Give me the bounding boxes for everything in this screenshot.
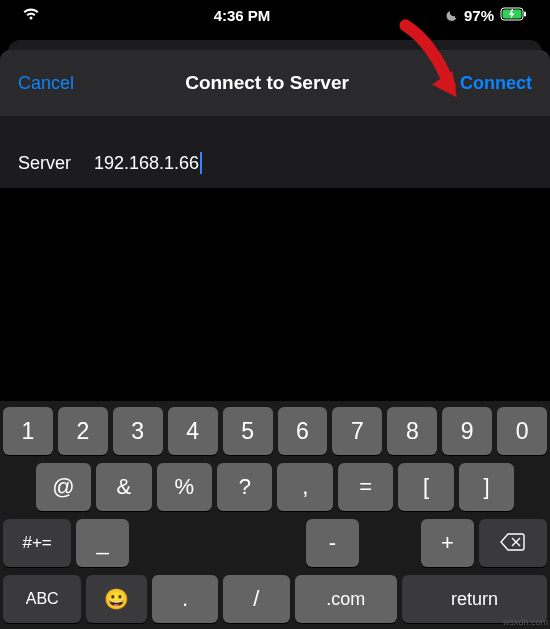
key-1[interactable]: 1 [3,407,53,455]
key-comma[interactable]: , [277,463,332,511]
keyboard-row-2: @ & % ? , = [ ] [3,463,547,511]
key-percent[interactable]: % [157,463,212,511]
svg-rect-2 [524,11,526,16]
key-symbols-shift[interactable]: #+= [3,519,71,567]
key-5[interactable]: 5 [223,407,273,455]
key-slash[interactable]: / [223,575,289,623]
key-minus[interactable]: - [306,519,359,567]
keyboard: 1 2 3 4 5 6 7 8 9 0 @ & % ? , = [ ] #+= … [0,401,550,629]
key-equals[interactable]: = [338,463,393,511]
page-title: Connect to Server [185,72,349,94]
server-label: Server [18,153,94,174]
key-plus[interactable]: + [421,519,474,567]
key-backspace[interactable] [479,519,547,567]
key-at[interactable]: @ [36,463,91,511]
key-9[interactable]: 9 [442,407,492,455]
text-cursor [200,152,202,174]
key-dotcom[interactable]: .com [295,575,398,623]
key-8[interactable]: 8 [387,407,437,455]
key-question[interactable]: ? [217,463,272,511]
cancel-button[interactable]: Cancel [18,73,74,94]
server-value: 192.168.1.66 [94,153,199,174]
key-lbracket[interactable]: [ [398,463,453,511]
key-4[interactable]: 4 [168,407,218,455]
key-amp[interactable]: & [96,463,151,511]
key-abc[interactable]: ABC [3,575,81,623]
keyboard-row-4: ABC 😀 . / .com return [3,575,547,623]
key-emoji[interactable]: 😀 [86,575,146,623]
key-underscore[interactable]: _ [76,519,129,567]
key-0[interactable]: 0 [497,407,547,455]
keyboard-row-3: #+= _ - + [3,519,547,567]
battery-icon [500,7,528,24]
key-2[interactable]: 2 [58,407,108,455]
wifi-icon [22,7,40,24]
key-rbracket[interactable]: ] [459,463,514,511]
moon-icon [444,7,458,24]
status-time: 4:36 PM [214,7,271,24]
key-7[interactable]: 7 [332,407,382,455]
watermark: wsxdn.com [503,617,548,627]
battery-percent: 97% [464,7,494,24]
status-bar: 4:36 PM 97% [0,0,550,30]
key-6[interactable]: 6 [278,407,328,455]
server-input-row[interactable]: Server 192.168.1.66 [0,138,550,188]
backspace-icon [500,530,526,557]
key-return[interactable]: return [402,575,547,623]
key-dot[interactable]: . [152,575,218,623]
key-3[interactable]: 3 [113,407,163,455]
keyboard-row-1: 1 2 3 4 5 6 7 8 9 0 [3,407,547,455]
